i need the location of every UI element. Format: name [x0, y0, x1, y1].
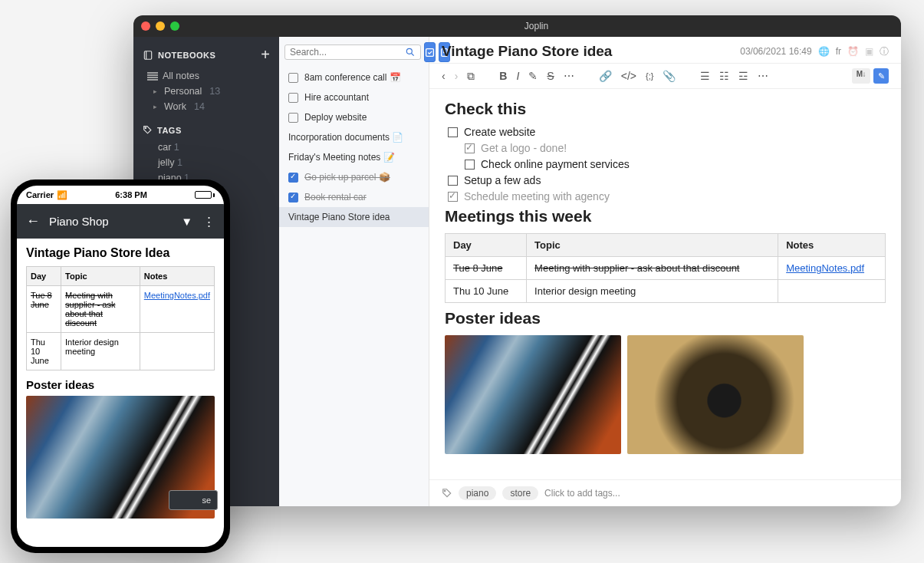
- sidebar-item-all-notes[interactable]: All notes: [133, 68, 279, 84]
- checkbox-icon[interactable]: [448, 192, 458, 202]
- sidebar-tag-item[interactable]: jelly 1: [133, 155, 279, 170]
- back-button[interactable]: ←: [26, 213, 40, 229]
- alarm-icon[interactable]: ⏰: [847, 46, 859, 57]
- spellcheck-lang[interactable]: fr: [836, 46, 841, 57]
- table-row: Thu 10 JuneInterior design meeting: [446, 280, 886, 303]
- checklist-item[interactable]: Create website: [448, 126, 886, 138]
- close-window-icon[interactable]: [141, 21, 150, 31]
- task-checkbox[interactable]: [288, 73, 298, 83]
- checklist-item[interactable]: Get a logo - done!: [465, 142, 886, 154]
- maximize-window-icon[interactable]: [170, 21, 179, 31]
- note-list-item[interactable]: 8am conference call 📅: [279, 67, 429, 87]
- checklist-item[interactable]: Setup a few ads: [448, 174, 886, 186]
- link-icon[interactable]: 🔗: [599, 70, 612, 82]
- note-list-item[interactable]: Vintage Piano Store idea: [279, 207, 429, 227]
- mobile-note-title: Vintage Piano Store Idea: [26, 246, 215, 260]
- phone-status-bar: Carrier 📶 6:38 PM: [17, 186, 224, 204]
- task-checkbox[interactable]: [288, 173, 298, 183]
- svg-line-4: [412, 54, 414, 56]
- heading-meetings: Meetings this week: [445, 207, 886, 226]
- mobile-nav-bar: ← Piano Shop ▼ ⋮: [17, 204, 224, 239]
- tag-icon: [143, 125, 153, 135]
- mobile-heading-posters: Poster ideas: [26, 378, 215, 391]
- code-icon[interactable]: </>: [621, 70, 636, 82]
- back-icon[interactable]: ‹: [442, 70, 446, 82]
- table-row: Tue 8 JuneMeeting with supplier - ask ab…: [446, 257, 886, 280]
- chevron-right-icon: ▸: [153, 87, 159, 95]
- editor-mode-button[interactable]: ✎: [873, 68, 889, 84]
- checkbox-icon[interactable]: [448, 176, 458, 186]
- battery-icon: [195, 191, 215, 199]
- bullet-list-icon[interactable]: ☰: [700, 70, 710, 82]
- more-icon[interactable]: ⋯: [758, 70, 768, 82]
- carrier-label: Carrier: [26, 190, 54, 199]
- italic-icon[interactable]: I: [516, 70, 519, 82]
- sidebar-item-personal[interactable]: ▸ Personal 13: [133, 84, 279, 99]
- table-row: Thu 10 JuneInterior design meeting: [27, 333, 215, 370]
- highlight-icon[interactable]: ✎: [528, 70, 538, 82]
- more-formatting-icon[interactable]: ⋯: [564, 70, 574, 82]
- checklist-item[interactable]: Schedule meeting with agency: [448, 190, 886, 202]
- tags-label: TAGS: [157, 126, 182, 135]
- svg-point-9: [444, 490, 446, 492]
- globe-icon[interactable]: 🌐: [818, 46, 830, 57]
- markdown-toggle-button[interactable]: M↓: [852, 68, 870, 84]
- search-icon[interactable]: [405, 47, 416, 58]
- poster-image-piano: [445, 335, 621, 454]
- forward-icon[interactable]: ›: [455, 70, 459, 82]
- chevron-right-icon: ▸: [153, 103, 159, 110]
- editor-panel: Vintage Piano Store idea 03/06/2021 16:4…: [429, 37, 901, 506]
- window-titlebar: Joplin: [133, 15, 901, 37]
- task-checkbox[interactable]: [288, 193, 298, 202]
- bold-icon[interactable]: B: [499, 70, 507, 82]
- note-list-item[interactable]: Book rental car: [279, 187, 429, 207]
- meetings-table: DayTopicNotes Tue 8 JuneMeeting with sup…: [445, 233, 886, 303]
- task-checkbox[interactable]: [288, 113, 298, 123]
- mobile-nav-title: Piano Shop: [49, 215, 172, 228]
- attachment-link[interactable]: MeetingNotes.pdf: [144, 291, 210, 300]
- checkbox-icon[interactable]: [448, 127, 458, 137]
- minimize-window-icon[interactable]: [156, 21, 165, 31]
- sidebar-tag-item[interactable]: car 1: [133, 140, 279, 155]
- strikethrough-icon[interactable]: S: [547, 70, 554, 82]
- attachment-link[interactable]: MeetingNotes.pdf: [786, 262, 864, 274]
- info-icon[interactable]: ⓘ: [880, 45, 889, 58]
- notebooks-label: NOTEBOOKS: [158, 51, 215, 60]
- note-list-item[interactable]: Hire accountant: [279, 87, 429, 107]
- note-title-input[interactable]: Vintage Piano Store idea: [442, 43, 612, 60]
- note-list-item[interactable]: Friday's Meeting notes 📝: [279, 147, 429, 167]
- search-input[interactable]: [290, 47, 405, 58]
- external-link-icon[interactable]: ⧉: [467, 70, 475, 83]
- svg-point-2: [145, 127, 146, 129]
- checkbox-list-icon[interactable]: ☲: [738, 70, 748, 82]
- tag-chip[interactable]: piano: [459, 486, 496, 500]
- sidebar-item-work[interactable]: ▸ Work 14: [133, 99, 279, 114]
- svg-rect-0: [144, 51, 151, 59]
- desktop-app-window: Joplin NOTEBOOKS + All notes ▸ Personal …: [133, 15, 901, 506]
- mobile-device-frame: Carrier 📶 6:38 PM ← Piano Shop ▼ ⋮ Vinta…: [11, 179, 230, 553]
- table-row: Tue 8 JuneMeeting with supplier - ask ab…: [27, 286, 215, 333]
- search-input-wrapper: [284, 44, 421, 60]
- checklist-item[interactable]: Check online payment services: [465, 158, 886, 170]
- layout-toggle-icon[interactable]: ▣: [865, 46, 873, 57]
- note-timestamp: 03/06/2021 16:49: [740, 46, 811, 57]
- numbered-list-icon[interactable]: ☷: [719, 70, 729, 82]
- code-block-icon[interactable]: {;}: [646, 71, 653, 81]
- attachment-icon[interactable]: 📎: [663, 70, 676, 82]
- add-tag-prompt[interactable]: Click to add tags...: [544, 488, 620, 499]
- more-menu-icon[interactable]: ⋮: [203, 215, 215, 229]
- mobile-close-button[interactable]: se: [169, 490, 218, 510]
- add-notebook-button[interactable]: +: [261, 46, 270, 64]
- note-list-item[interactable]: Go pick up parcel 📦: [279, 167, 429, 187]
- app-title: Joplin: [179, 21, 893, 31]
- task-checkbox[interactable]: [288, 93, 298, 103]
- note-list-panel: 8am conference call 📅Hire accountantDepl…: [279, 37, 429, 506]
- tag-chip[interactable]: store: [502, 486, 538, 500]
- note-body[interactable]: Check this Create websiteGet a logo - do…: [429, 89, 901, 479]
- checkbox-icon[interactable]: [465, 160, 475, 170]
- checkbox-icon[interactable]: [465, 143, 475, 153]
- note-list-item[interactable]: Incorporation documents 📄: [279, 127, 429, 147]
- all-notes-icon: [147, 72, 158, 81]
- dropdown-icon[interactable]: ▼: [181, 215, 192, 229]
- note-list-item[interactable]: Deploy website: [279, 107, 429, 127]
